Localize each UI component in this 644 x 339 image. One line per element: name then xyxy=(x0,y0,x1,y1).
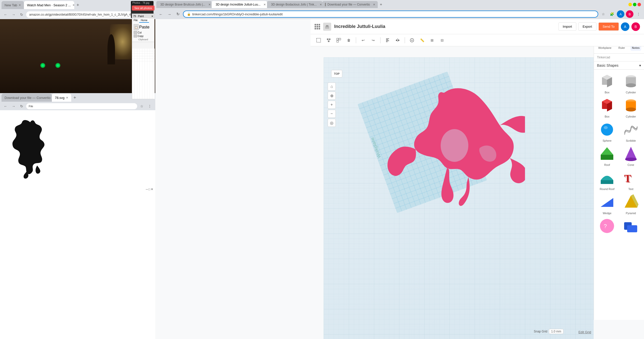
shape-sphere-blue[interactable]: Sphere xyxy=(596,121,618,142)
shape-more-pink[interactable]: ? xyxy=(596,217,618,236)
tc-tab-incredible[interactable]: 3D design Incredible Juttuli-Luu... ✕ xyxy=(212,1,267,8)
bottom-forward-btn[interactable]: → xyxy=(10,103,17,110)
tc-menu-grid-icon[interactable] xyxy=(315,24,320,29)
cut-button[interactable]: Cut xyxy=(133,31,153,34)
redo-btn[interactable]: ↪ xyxy=(369,36,377,44)
send-to-button[interactable]: Send To xyxy=(598,22,619,31)
paint-tab-file[interactable]: File xyxy=(132,18,139,23)
tc-tab-download[interactable]: Download your file — Convertio ✕ xyxy=(322,1,378,8)
sphere-blue-icon xyxy=(598,121,616,138)
chrome-maximize-btn[interactable] xyxy=(633,3,636,6)
bottom-back-btn[interactable]: ← xyxy=(2,103,9,110)
back-button[interactable]: ← xyxy=(2,11,9,18)
edit-grid-btn[interactable]: Edit Grid xyxy=(578,330,591,334)
chrome-minimize-btn[interactable] xyxy=(628,3,632,6)
refresh-button[interactable]: ↻ xyxy=(18,11,25,18)
basic-shapes-dropdown[interactable]: Basic Shapes ▾ xyxy=(594,61,644,70)
tc-tab-close-3[interactable]: ✕ xyxy=(320,3,322,6)
zoom-out-btn[interactable]: − xyxy=(328,110,336,118)
tc-refresh-btn[interactable]: ↻ xyxy=(174,11,181,18)
shape-box-red[interactable]: Box xyxy=(596,96,618,118)
mirror-btn[interactable] xyxy=(394,36,402,44)
cone-purple-icon xyxy=(622,145,640,162)
more-btn[interactable]: ⋮ xyxy=(146,103,153,110)
tc-header-user-1[interactable]: A xyxy=(621,22,629,31)
undo-btn[interactable]: ↩ xyxy=(359,36,367,44)
photos-title: Photos - 78.jpg xyxy=(131,1,154,5)
tc-tab-brave[interactable]: 3D design Brave Bruticus-Jofo |... ✕ xyxy=(156,1,212,8)
tc-back-btn[interactable]: ← xyxy=(157,11,164,18)
tc-tab-bodacious[interactable]: 3D design Bodacious Jofo | Tink... ✕ xyxy=(267,1,322,8)
tc-tab-close-1[interactable]: ✕ xyxy=(208,3,211,6)
shape-round-roof-teal[interactable]: Round Roof xyxy=(596,169,618,191)
shape-scribble[interactable]: Scribble xyxy=(620,121,642,142)
tc-design-icon[interactable] xyxy=(323,23,331,31)
tc-tab-close-2[interactable]: ✕ xyxy=(263,3,266,6)
export-button[interactable]: Export xyxy=(578,22,596,31)
tc-user-icon-1[interactable]: A xyxy=(617,10,624,18)
sidebar-collapse-btn[interactable]: ❯ xyxy=(594,172,594,182)
paint-tab-home[interactable]: Home xyxy=(139,18,149,23)
shape-wedge-blue[interactable]: Wedge xyxy=(596,193,618,215)
forward-button[interactable]: → xyxy=(10,11,17,18)
fit-view-btn[interactable]: ⊕ xyxy=(328,92,336,100)
paste-button[interactable]: 📋 Paste xyxy=(133,24,153,31)
tc-user-icon-2[interactable]: B xyxy=(626,10,633,18)
tab-convertio[interactable]: Download your file — Convertio ✕ xyxy=(2,94,52,102)
shape-more-blue[interactable] xyxy=(620,217,642,236)
tc-forward-btn[interactable]: → xyxy=(166,11,173,18)
tc-extensions-btn[interactable]: 🧩 xyxy=(608,11,615,18)
bottom-refresh-btn[interactable]: ↻ xyxy=(18,103,25,110)
tc-star-btn[interactable]: ☆ xyxy=(600,11,607,18)
import-button[interactable]: Import xyxy=(558,22,576,31)
group-btn[interactable] xyxy=(325,36,333,44)
bookmark-btn[interactable]: ☆ xyxy=(138,103,145,110)
svg-rect-104 xyxy=(601,155,613,160)
delete-btn[interactable]: 🗑 xyxy=(345,36,353,44)
notes-label: Notes xyxy=(632,46,640,49)
tc-more-btn[interactable]: ⋮ xyxy=(635,11,642,18)
tc-url-bar[interactable]: 🔒 tinkercad.com/things/1bGROrvbtyO-incre… xyxy=(183,11,598,18)
cut-icon xyxy=(134,31,137,34)
tab-mad-men[interactable]: Watch Mad Men · Season 2 ... ✕ xyxy=(24,1,74,9)
tab-close-svg[interactable]: ✕ xyxy=(66,96,68,99)
tc-tab-close-4[interactable]: ✕ xyxy=(373,3,375,6)
shape-roof-green[interactable]: Roof xyxy=(596,145,618,166)
shape-cylinder-orange[interactable]: Cylinder xyxy=(620,96,642,118)
tab-new-tab[interactable]: New Tab ✕ xyxy=(2,1,24,9)
tab-close-btn[interactable]: ✕ xyxy=(19,4,21,7)
copy-button[interactable]: Copy xyxy=(133,34,153,38)
tc-header-user-2[interactable]: B xyxy=(631,22,640,31)
perspective-btn[interactable]: ◎ xyxy=(328,119,336,127)
maximize-icon[interactable]: □ xyxy=(148,187,150,191)
tab-close-btn[interactable]: ✕ xyxy=(72,4,74,7)
new-tab-button[interactable]: + xyxy=(74,2,81,9)
select-icon xyxy=(316,38,321,43)
zoom-in-btn[interactable]: + xyxy=(328,101,336,109)
inspector-btn[interactable] xyxy=(408,36,416,44)
tab-svg[interactable]: 78.svg ✕ xyxy=(52,94,71,102)
align-btn[interactable] xyxy=(384,36,392,44)
ruler-btn[interactable]: 📏 xyxy=(418,36,426,44)
minimize-icon[interactable]: ─ xyxy=(146,187,148,191)
shape-pyramid-yellow[interactable]: Pyramid xyxy=(620,193,642,215)
shape-box-gray[interactable]: Box xyxy=(596,72,618,94)
snap-btn[interactable]: ⊞ xyxy=(428,36,436,44)
top-view-card[interactable]: TOP xyxy=(331,70,342,78)
tinkercad-section: 3D design Brave Bruticus-Jofo |... ✕ 3D … xyxy=(155,0,644,339)
grid-btn[interactable]: ⊟ xyxy=(438,36,446,44)
paint-close-icon[interactable]: ✕ xyxy=(151,15,153,18)
ungroup-btn[interactable] xyxy=(335,36,343,44)
chrome-new-tab-btn[interactable]: + xyxy=(378,1,384,8)
select-all-btn[interactable] xyxy=(315,36,323,44)
home-view-btn[interactable]: ⌂ xyxy=(328,83,336,91)
svg-rect-16 xyxy=(317,38,321,42)
bottom-url-bar[interactable]: File xyxy=(26,103,137,109)
shape-cylinder-gray[interactable]: Cylinder xyxy=(620,72,642,94)
close-icon[interactable]: ✕ xyxy=(151,187,153,191)
shape-cone-purple[interactable]: Cone xyxy=(620,145,642,166)
shape-text-red[interactable]: T T Text xyxy=(620,169,642,191)
bottom-new-tab-btn[interactable]: + xyxy=(71,94,78,101)
see-all-photos-button[interactable]: See all photos xyxy=(132,6,155,11)
chrome-close-btn[interactable] xyxy=(637,3,641,6)
